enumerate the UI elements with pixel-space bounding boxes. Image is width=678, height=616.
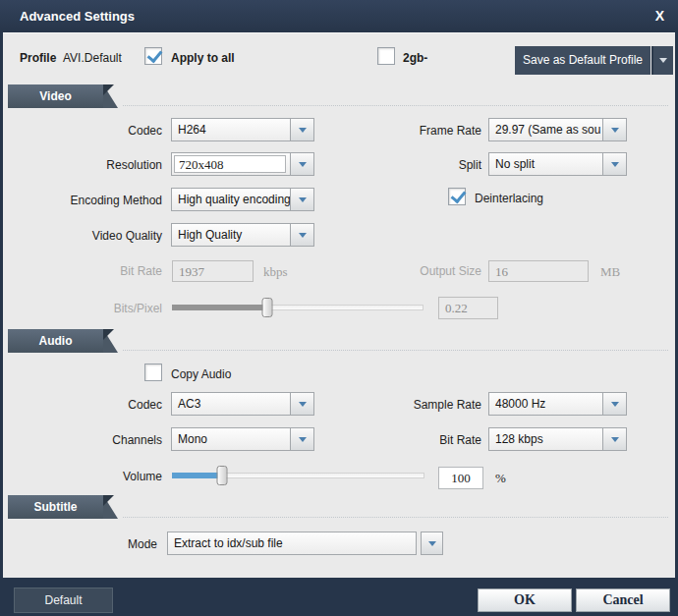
split-label: Split [334,158,481,172]
subtitle-mode-combobox[interactable]: Extract to idx/sub file [167,532,417,555]
subtitle-mode-value: Extract to idx/sub file [168,532,416,554]
close-icon[interactable]: X [655,0,664,32]
bit-rate-label: Bit Rate [15,264,162,278]
volume-input[interactable]: 100 [438,467,483,489]
volume-slider[interactable] [172,473,424,478]
frame-rate-combobox[interactable]: 29.97 (Same as sou [488,118,627,141]
bit-rate-input: 1937 [172,260,254,282]
encoding-method-combobox[interactable]: High quality encoding [171,188,314,211]
audio-section-rule [123,350,668,351]
volume-label: Volume [15,470,162,483]
chevron-down-icon[interactable] [290,119,313,140]
output-size-input: 16 [488,260,589,282]
sample-rate-value: 48000 Hz [489,393,602,415]
channels-label: Channels [15,433,162,447]
mode-label: Mode [10,537,157,551]
chevron-down-icon[interactable] [290,153,313,175]
profile-label: Profile [20,51,56,65]
slider-fill [172,305,267,310]
audio-bit-rate-value: 128 kbps [489,428,602,450]
subtitle-section-tab: Subtitle [8,495,103,519]
audio-bit-rate-label: Bit Rate [334,433,481,447]
ok-button[interactable]: OK [478,588,572,612]
titlebar: Advanced Settings X [0,0,678,32]
audio-codec-combobox[interactable]: AC3 [171,392,314,416]
audio-codec-value: AC3 [172,393,290,415]
slider-thumb[interactable] [217,466,228,485]
split-value: No split [489,153,602,175]
copy-audio-checkbox[interactable] [144,364,162,381]
video-section-tab: Video [8,84,103,108]
chevron-down-icon[interactable] [290,189,313,210]
channels-value: Mono [172,428,290,450]
save-profile-dropdown-button[interactable] [651,46,673,75]
sample-rate-label: Sample Rate [334,398,481,412]
resolution-combobox[interactable]: 720x408 [171,152,314,176]
bit-rate-unit: kbps [263,264,288,280]
frame-rate-label: Frame Rate [334,124,481,138]
chevron-down-icon[interactable] [602,153,626,175]
advanced-settings-dialog: Advanced Settings X Profile AVI.Default … [0,0,678,616]
frame-rate-value: 29.97 (Same as sou [489,119,602,140]
slider-fill [172,473,222,478]
2gb-checkbox[interactable] [377,47,395,65]
bits-per-pixel-input: 0.22 [438,297,498,319]
audio-bit-rate-combobox[interactable]: 128 kbps [488,427,627,451]
codec-label: Codec [15,124,162,138]
encoding-method-label: Encoding Method [15,194,162,207]
slider-thumb [262,298,273,317]
video-quality-value: High Quality [172,224,290,246]
subtitle-section-rule [123,517,668,518]
output-size-label: Output Size [334,264,481,278]
deinterlacing-checkbox[interactable] [448,188,466,205]
channels-combobox[interactable]: Mono [171,427,314,451]
resolution-input[interactable]: 720x408 [174,155,286,173]
chevron-down-icon[interactable] [290,393,313,415]
sample-rate-combobox[interactable]: 48000 Hz [488,392,627,416]
chevron-down-icon[interactable] [290,224,313,246]
subtitle-mode-dropdown-button[interactable] [421,532,443,555]
video-codec-combobox[interactable]: H264 [171,118,314,141]
chevron-down-icon [428,541,436,546]
chevron-down-icon[interactable] [602,428,626,450]
chevron-down-icon[interactable] [290,428,313,450]
video-section-rule [123,105,668,106]
apply-to-all-checkbox[interactable] [144,47,162,65]
volume-unit: % [495,471,506,486]
video-codec-value: H264 [172,119,290,140]
output-size-unit: MB [600,264,620,280]
bits-per-pixel-slider [172,305,424,310]
split-combobox[interactable]: No split [488,152,627,176]
audio-section-tab: Audio [8,329,103,353]
profile-value: AVI.Default [63,51,122,65]
apply-to-all-label: Apply to all [171,51,235,65]
chevron-down-icon[interactable] [602,119,626,140]
save-as-default-profile-button[interactable]: Save as Default Profile [515,46,650,75]
audio-codec-label: Codec [15,398,162,412]
dialog-title: Advanced Settings [20,0,135,32]
chevron-down-icon[interactable] [602,393,626,415]
chevron-down-icon [659,58,667,63]
copy-audio-label: Copy Audio [171,367,231,381]
2gb-label: 2gb- [403,51,427,65]
video-quality-label: Video Quality [15,229,162,243]
encoding-method-value: High quality encoding [172,189,290,210]
video-quality-combobox[interactable]: High Quality [171,223,314,247]
deinterlacing-label: Deinterlacing [475,192,543,205]
bits-per-pixel-label: Bits/Pixel [15,302,162,315]
resolution-label: Resolution [15,158,162,172]
cancel-button[interactable]: Cancel [576,588,670,612]
default-button[interactable]: Default [14,588,113,613]
